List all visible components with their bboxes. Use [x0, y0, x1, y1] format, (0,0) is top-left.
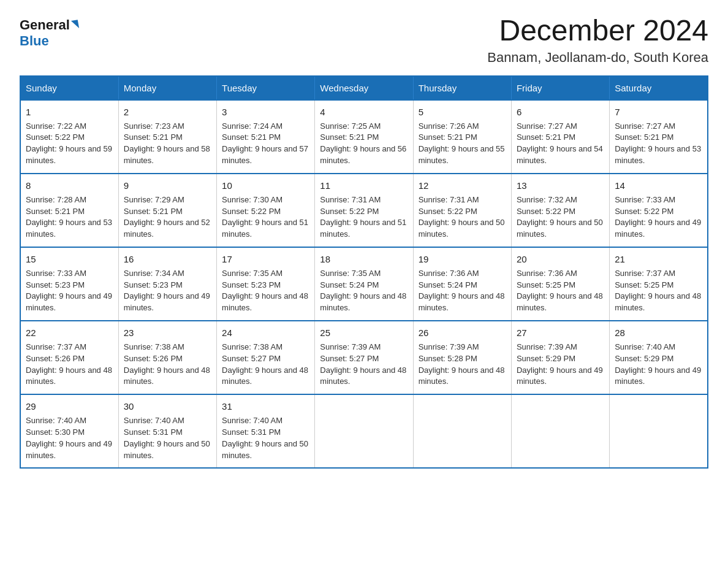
calendar-cell: 20Sunrise: 7:36 AMSunset: 5:25 PMDayligh… — [511, 247, 609, 321]
calendar-header-sunday: Sunday — [20, 76, 118, 100]
calendar-cell: 11Sunrise: 7:31 AMSunset: 5:22 PMDayligh… — [315, 174, 413, 247]
day-number: 20 — [517, 253, 604, 266]
calendar-header-monday: Monday — [118, 76, 216, 100]
calendar-cell: 26Sunrise: 7:39 AMSunset: 5:28 PMDayligh… — [413, 321, 511, 394]
page-header: General Blue December 2024 Bannam, Jeoll… — [20, 15, 708, 66]
calendar-cell: 19Sunrise: 7:36 AMSunset: 5:24 PMDayligh… — [413, 247, 511, 321]
day-number: 18 — [320, 253, 408, 266]
calendar-cell — [511, 394, 609, 468]
day-number: 15 — [26, 253, 113, 266]
calendar-cell: 29Sunrise: 7:40 AMSunset: 5:30 PMDayligh… — [20, 394, 118, 468]
logo: General Blue — [20, 15, 78, 50]
logo-general-text: General — [20, 17, 78, 33]
calendar-week-row: 29Sunrise: 7:40 AMSunset: 5:30 PMDayligh… — [20, 394, 708, 468]
calendar-cell: 1Sunrise: 7:22 AMSunset: 5:22 PMDaylight… — [20, 100, 118, 174]
day-number: 26 — [419, 326, 506, 340]
calendar-header-friday: Friday — [511, 76, 609, 100]
day-number: 8 — [26, 179, 113, 193]
calendar-cell — [413, 394, 511, 468]
calendar-cell: 21Sunrise: 7:37 AMSunset: 5:25 PMDayligh… — [610, 247, 708, 321]
calendar-cell: 9Sunrise: 7:29 AMSunset: 5:21 PMDaylight… — [118, 174, 216, 247]
calendar-week-row: 8Sunrise: 7:28 AMSunset: 5:21 PMDaylight… — [20, 174, 708, 247]
calendar-week-row: 22Sunrise: 7:37 AMSunset: 5:26 PMDayligh… — [20, 321, 708, 394]
day-number: 25 — [320, 326, 408, 340]
day-number: 23 — [124, 326, 211, 340]
calendar-cell: 7Sunrise: 7:27 AMSunset: 5:21 PMDaylight… — [610, 100, 708, 174]
calendar-cell: 23Sunrise: 7:38 AMSunset: 5:26 PMDayligh… — [118, 321, 216, 394]
calendar-cell: 30Sunrise: 7:40 AMSunset: 5:31 PMDayligh… — [118, 394, 216, 468]
day-number: 3 — [222, 105, 309, 119]
day-number: 17 — [222, 253, 309, 266]
calendar-cell: 17Sunrise: 7:35 AMSunset: 5:23 PMDayligh… — [217, 247, 315, 321]
calendar-cell: 28Sunrise: 7:40 AMSunset: 5:29 PMDayligh… — [610, 321, 708, 394]
month-title: December 2024 — [487, 15, 708, 47]
day-number: 22 — [26, 326, 113, 340]
calendar-cell: 13Sunrise: 7:32 AMSunset: 5:22 PMDayligh… — [511, 174, 609, 247]
calendar-cell: 16Sunrise: 7:34 AMSunset: 5:23 PMDayligh… — [118, 247, 216, 321]
calendar-cell: 6Sunrise: 7:27 AMSunset: 5:21 PMDaylight… — [511, 100, 609, 174]
day-number: 13 — [517, 179, 604, 193]
calendar-cell: 24Sunrise: 7:38 AMSunset: 5:27 PMDayligh… — [217, 321, 315, 394]
day-number: 11 — [320, 179, 408, 193]
day-number: 2 — [124, 105, 211, 119]
day-number: 12 — [419, 179, 506, 193]
calendar-cell: 31Sunrise: 7:40 AMSunset: 5:31 PMDayligh… — [217, 394, 315, 468]
calendar-table: SundayMondayTuesdayWednesdayThursdayFrid… — [20, 75, 708, 469]
day-number: 10 — [222, 179, 309, 193]
day-number: 16 — [124, 253, 211, 266]
calendar-cell: 8Sunrise: 7:28 AMSunset: 5:21 PMDaylight… — [20, 174, 118, 247]
calendar-cell: 10Sunrise: 7:30 AMSunset: 5:22 PMDayligh… — [217, 174, 315, 247]
calendar-header-tuesday: Tuesday — [217, 76, 315, 100]
day-number: 9 — [124, 179, 211, 193]
day-number: 21 — [615, 253, 702, 266]
day-number: 19 — [419, 253, 506, 266]
calendar-cell: 18Sunrise: 7:35 AMSunset: 5:24 PMDayligh… — [315, 247, 413, 321]
calendar-week-row: 1Sunrise: 7:22 AMSunset: 5:22 PMDaylight… — [20, 100, 708, 174]
calendar-week-row: 15Sunrise: 7:33 AMSunset: 5:23 PMDayligh… — [20, 247, 708, 321]
calendar-cell: 3Sunrise: 7:24 AMSunset: 5:21 PMDaylight… — [217, 100, 315, 174]
calendar-cell: 27Sunrise: 7:39 AMSunset: 5:29 PMDayligh… — [511, 321, 609, 394]
day-number: 28 — [615, 326, 702, 340]
day-number: 31 — [222, 400, 309, 413]
calendar-header-wednesday: Wednesday — [315, 76, 413, 100]
day-number: 6 — [517, 105, 604, 119]
logo-blue-text: Blue — [20, 33, 49, 49]
calendar-cell: 4Sunrise: 7:25 AMSunset: 5:21 PMDaylight… — [315, 100, 413, 174]
calendar-body: 1Sunrise: 7:22 AMSunset: 5:22 PMDaylight… — [20, 100, 708, 469]
day-number: 1 — [26, 105, 113, 119]
calendar-cell — [610, 394, 708, 468]
day-number: 4 — [320, 105, 408, 119]
calendar-cell — [315, 394, 413, 468]
calendar-cell: 14Sunrise: 7:33 AMSunset: 5:22 PMDayligh… — [610, 174, 708, 247]
calendar-cell: 15Sunrise: 7:33 AMSunset: 5:23 PMDayligh… — [20, 247, 118, 321]
day-number: 24 — [222, 326, 309, 340]
day-number: 27 — [517, 326, 604, 340]
calendar-header-thursday: Thursday — [413, 76, 511, 100]
calendar-cell: 22Sunrise: 7:37 AMSunset: 5:26 PMDayligh… — [20, 321, 118, 394]
day-number: 30 — [124, 400, 211, 413]
location-title: Bannam, Jeollanam-do, South Korea — [487, 50, 708, 66]
calendar-cell: 25Sunrise: 7:39 AMSunset: 5:27 PMDayligh… — [315, 321, 413, 394]
calendar-cell: 12Sunrise: 7:31 AMSunset: 5:22 PMDayligh… — [413, 174, 511, 247]
day-number: 29 — [26, 400, 113, 413]
title-block: December 2024 Bannam, Jeollanam-do, Sout… — [487, 15, 708, 66]
day-number: 5 — [419, 105, 506, 119]
calendar-cell: 5Sunrise: 7:26 AMSunset: 5:21 PMDaylight… — [413, 100, 511, 174]
day-number: 7 — [615, 105, 702, 119]
calendar-header-saturday: Saturday — [610, 76, 708, 100]
day-number: 14 — [615, 179, 702, 193]
calendar-cell: 2Sunrise: 7:23 AMSunset: 5:21 PMDaylight… — [118, 100, 216, 174]
calendar-header-row: SundayMondayTuesdayWednesdayThursdayFrid… — [20, 76, 708, 100]
